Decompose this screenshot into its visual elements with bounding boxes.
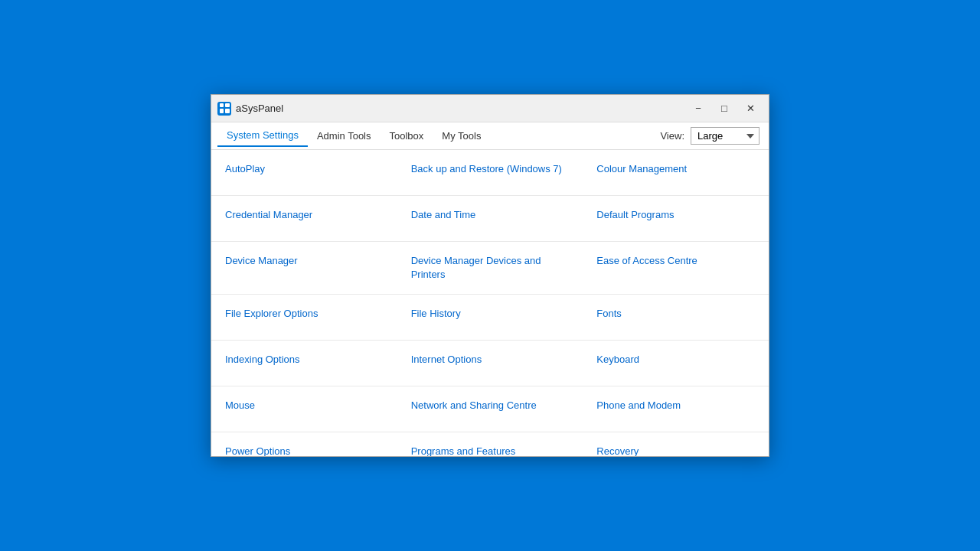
grid-item-link[interactable]: Programs and Features bbox=[411, 445, 516, 456]
grid-item-link[interactable]: Ease of Access Centre bbox=[596, 254, 697, 268]
grid-item-link[interactable]: Phone and Modem bbox=[596, 399, 681, 412]
grid-item-link[interactable]: Default Programs bbox=[596, 208, 674, 222]
grid-cell: Mouse bbox=[211, 386, 397, 432]
grid-item-link[interactable]: Recovery bbox=[596, 445, 639, 456]
grid-cell: Credential Manager bbox=[211, 196, 397, 242]
svg-rect-2 bbox=[220, 109, 224, 113]
grid-item-link[interactable]: Credential Manager bbox=[225, 208, 312, 222]
close-button[interactable]: ✕ bbox=[738, 99, 763, 119]
content-grid: AutoPlayBack up and Restore (Windows 7)C… bbox=[211, 150, 769, 456]
svg-rect-0 bbox=[220, 103, 224, 107]
grid-cell: Fonts bbox=[583, 295, 769, 341]
main-window: aSysPanel − □ ✕ System Settings Admin To… bbox=[211, 94, 769, 457]
grid-cell: Network and Sharing Centre bbox=[397, 386, 583, 432]
grid-item-link[interactable]: Colour Management bbox=[596, 162, 687, 176]
grid-cell: File Explorer Options bbox=[211, 295, 397, 341]
grid-item-link[interactable]: Date and Time bbox=[411, 208, 476, 222]
menu-item-my-tools[interactable]: My Tools bbox=[433, 126, 490, 146]
grid-cell: Programs and Features bbox=[397, 432, 583, 456]
window-controls: − □ ✕ bbox=[686, 99, 763, 119]
grid-cell: Date and Time bbox=[397, 196, 583, 242]
maximize-button[interactable]: □ bbox=[712, 99, 737, 119]
grid-cell: Internet Options bbox=[397, 341, 583, 386]
view-label: View: bbox=[660, 130, 684, 142]
grid-item-link[interactable]: Back up and Restore (Windows 7) bbox=[411, 162, 562, 176]
view-select[interactable]: Small Medium Large bbox=[691, 127, 760, 145]
grid-cell: Indexing Options bbox=[211, 341, 397, 386]
grid-item-link[interactable]: Keyboard bbox=[596, 353, 639, 367]
title-bar: aSysPanel − □ ✕ bbox=[211, 95, 769, 122]
grid-item-link[interactable]: Indexing Options bbox=[225, 353, 300, 367]
grid-item-link[interactable]: Power Options bbox=[225, 445, 290, 456]
grid-cell: Device Manager Devices and Printers bbox=[397, 242, 583, 295]
grid-cell: Colour Management bbox=[583, 150, 769, 196]
menu-item-system-settings[interactable]: System Settings bbox=[217, 125, 308, 147]
grid-cell: Keyboard bbox=[583, 341, 769, 386]
grid-item-link[interactable]: Mouse bbox=[225, 399, 255, 412]
svg-rect-1 bbox=[225, 103, 230, 107]
app-icon bbox=[217, 102, 231, 116]
grid-item-link[interactable]: Device Manager Devices and Printers bbox=[411, 254, 570, 282]
grid-item-link[interactable]: File Explorer Options bbox=[225, 307, 318, 321]
grid-item-link[interactable]: Device Manager bbox=[225, 254, 298, 268]
grid-cell: Phone and Modem bbox=[583, 386, 769, 432]
grid-item-link[interactable]: File History bbox=[411, 307, 461, 321]
grid-cell: Power Options bbox=[211, 432, 397, 456]
grid-cell: Default Programs bbox=[583, 196, 769, 242]
grid-cell: AutoPlay bbox=[211, 150, 397, 196]
grid-item-link[interactable]: Internet Options bbox=[411, 353, 482, 367]
menu-item-admin-tools[interactable]: Admin Tools bbox=[308, 126, 381, 146]
grid-cell: Recovery bbox=[583, 432, 769, 456]
menu-item-toolbox[interactable]: Toolbox bbox=[381, 126, 433, 146]
svg-rect-3 bbox=[225, 109, 230, 113]
grid-item-link[interactable]: AutoPlay bbox=[225, 162, 265, 176]
grid-cell: File History bbox=[397, 295, 583, 341]
minimize-button[interactable]: − bbox=[686, 99, 710, 119]
grid-cell: Device Manager bbox=[211, 242, 397, 295]
view-bar: View: Small Medium Large bbox=[660, 127, 763, 145]
grid-item-link[interactable]: Network and Sharing Centre bbox=[411, 399, 537, 412]
grid-cell: Ease of Access Centre bbox=[583, 242, 769, 295]
menu-bar: System Settings Admin Tools Toolbox My T… bbox=[211, 122, 769, 150]
grid-cell: Back up and Restore (Windows 7) bbox=[397, 150, 583, 196]
window-title: aSysPanel bbox=[236, 103, 686, 114]
grid-item-link[interactable]: Fonts bbox=[596, 307, 622, 321]
